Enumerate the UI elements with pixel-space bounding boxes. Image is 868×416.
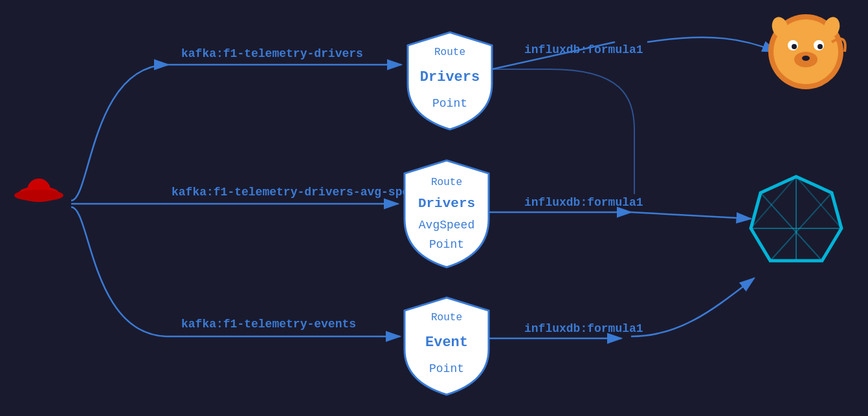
svg-text:AvgSpeed: AvgSpeed: [419, 219, 474, 232]
topic-label-3: kafka:f1-telemetry-events: [181, 318, 356, 331]
topic-label-2: kafka:f1-telemetry-drivers-avg-speed: [172, 186, 423, 199]
influx-label-2: influxdb:formula1: [524, 196, 643, 209]
svg-point-15: [818, 44, 823, 49]
influx-label-1: influxdb:formula1: [524, 43, 643, 56]
svg-text:Point: Point: [429, 238, 464, 251]
svg-point-5: [14, 190, 63, 201]
svg-text:Drivers: Drivers: [420, 69, 480, 85]
badge-route1: Route Drivers Point: [408, 32, 492, 129]
svg-text:Event: Event: [425, 334, 468, 351]
svg-text:Point: Point: [429, 362, 464, 375]
svg-text:Point: Point: [432, 97, 467, 110]
architecture-diagram: RH kafka:f1-telemetry-drivers Route Driv…: [0, 0, 868, 416]
svg-text:Drivers: Drivers: [418, 196, 475, 211]
svg-text:Route: Route: [431, 177, 462, 188]
badge-route2: Route Drivers AvgSpeed Point: [405, 160, 489, 267]
topic-label-1: kafka:f1-telemetry-drivers: [181, 47, 363, 60]
badge-route3: Route Event Point: [405, 298, 489, 395]
influx-label-3: influxdb:formula1: [524, 322, 643, 335]
svg-text:Route: Route: [431, 312, 462, 323]
svg-text:Route: Route: [434, 47, 465, 58]
svg-point-14: [792, 44, 797, 49]
svg-point-17: [802, 56, 810, 61]
